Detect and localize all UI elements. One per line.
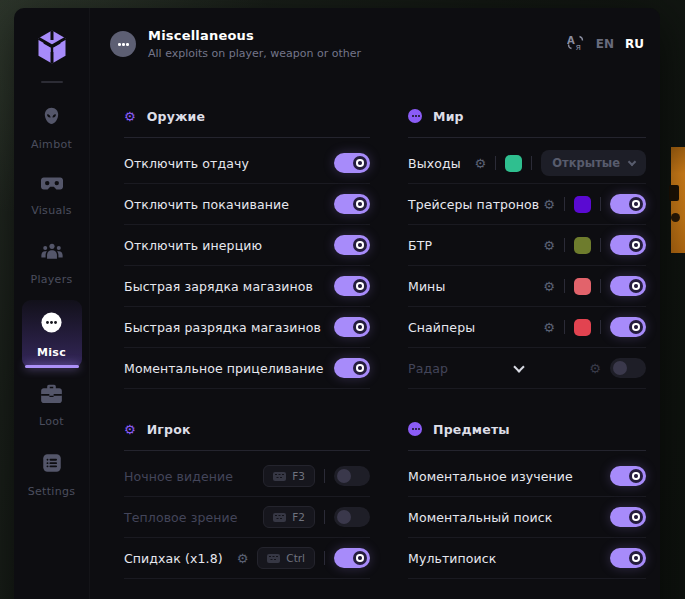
- cheat-menu-window: Aimbot Visuals Players Misc Loot: [14, 8, 660, 599]
- settings-content: ⚙ОружиеОтключить отдачуОтключить покачив…: [90, 80, 660, 579]
- toggle-knob: [337, 510, 351, 524]
- sidebar-item-settings[interactable]: Settings: [22, 442, 82, 507]
- keyboard-icon: [273, 472, 286, 481]
- dropdown[interactable]: Открытые: [541, 150, 646, 176]
- toggle-knob: [337, 469, 351, 483]
- page-subtitle: All exploits on player, weapon or other: [148, 47, 361, 60]
- toggle[interactable]: [610, 194, 646, 214]
- lang-option-en[interactable]: EN: [596, 37, 614, 51]
- page-header: Miscellaneous All exploits on player, we…: [90, 8, 660, 80]
- toggle[interactable]: [334, 194, 370, 214]
- chevron-down-icon[interactable]: [513, 361, 524, 372]
- toggle[interactable]: [610, 276, 646, 296]
- toggle-knob: [353, 320, 367, 334]
- settings-gear-icon[interactable]: ⚙: [543, 198, 555, 211]
- toggle-knob: [353, 361, 367, 375]
- row-controls: [610, 466, 646, 486]
- toggle-knob: [353, 156, 367, 170]
- settings-gear-icon[interactable]: ⚙: [237, 552, 249, 565]
- row-controls: ⚙: [543, 317, 646, 337]
- right-column: МирВыходы⚙ОткрытыеТрейсеры патронов⚙БТР⚙…: [408, 84, 646, 579]
- setting-row: Тепловое зрениеF2: [124, 497, 370, 538]
- keyboard-icon: [267, 554, 280, 563]
- alien-icon: [41, 106, 62, 130]
- row-label: Моментальный поиск: [408, 510, 610, 525]
- toggle[interactable]: [610, 317, 646, 337]
- sidebar-item-label: Players: [30, 273, 72, 286]
- setting-row: Моментальное изучение: [408, 456, 646, 497]
- toggle[interactable]: [610, 548, 646, 568]
- color-swatch[interactable]: [574, 319, 591, 336]
- row-controls: F3: [263, 465, 370, 487]
- ellipsis-avatar: [110, 31, 136, 57]
- section-title: Игрок: [147, 422, 191, 437]
- separator: [324, 551, 325, 565]
- row-label: Отключить инерцию: [124, 238, 334, 253]
- main-panel: Miscellaneous All exploits on player, we…: [90, 8, 660, 599]
- separator: [564, 279, 565, 293]
- row-controls: [334, 358, 370, 378]
- settings-gear-icon[interactable]: ⚙: [543, 321, 555, 334]
- toggle[interactable]: [334, 466, 370, 486]
- row-controls: [334, 235, 370, 255]
- row-label: Ночное видение: [124, 469, 263, 484]
- toggle[interactable]: [610, 358, 646, 378]
- setting-row: Быстрая зарядка магазинов: [124, 266, 370, 307]
- sidebar-item-aimbot[interactable]: Aimbot: [22, 95, 82, 160]
- toggle[interactable]: [610, 507, 646, 527]
- setting-row: Трейсеры патронов⚙: [408, 184, 646, 225]
- toggle[interactable]: [334, 153, 370, 173]
- row-label: БТР: [408, 238, 543, 253]
- row-label: Трейсеры патронов: [408, 197, 543, 212]
- toggle[interactable]: [334, 317, 370, 337]
- settings-gear-icon[interactable]: ⚙: [589, 362, 601, 375]
- color-swatch[interactable]: [505, 155, 522, 172]
- sidebar-item-misc[interactable]: Misc: [22, 300, 82, 368]
- svg-text:я: я: [575, 42, 580, 51]
- color-swatch[interactable]: [574, 237, 591, 254]
- hotkey-badge[interactable]: F2: [263, 506, 315, 528]
- row-controls: [610, 548, 646, 568]
- separator: [495, 156, 496, 170]
- settings-section: ⚙ИгрокНочное видениеF3Тепловое зрениеF2С…: [124, 419, 370, 579]
- color-swatch[interactable]: [574, 278, 591, 295]
- toggle[interactable]: [334, 235, 370, 255]
- row-label: Мультипоиск: [408, 551, 610, 566]
- row-controls: [334, 276, 370, 296]
- row-controls: F2: [263, 506, 370, 528]
- hotkey-badge[interactable]: F3: [263, 465, 315, 487]
- setting-row: Быстрая разрядка магазинов: [124, 307, 370, 348]
- hotkey-label: F2: [292, 511, 305, 523]
- row-label: Отключить отдачу: [124, 156, 334, 171]
- section-header: ⚙Оружие: [124, 106, 370, 126]
- setting-row: Выходы⚙Открытые: [408, 143, 646, 184]
- background-game-sign: [671, 147, 685, 253]
- sidebar-item-players[interactable]: Players: [22, 231, 82, 295]
- row-controls: [334, 317, 370, 337]
- row-label: Тепловое зрение: [124, 510, 263, 525]
- lang-option-ru[interactable]: RU: [625, 37, 644, 51]
- sidebar-item-visuals[interactable]: Visuals: [22, 165, 82, 226]
- toggle[interactable]: [610, 466, 646, 486]
- toggle[interactable]: [334, 358, 370, 378]
- settings-gear-icon[interactable]: ⚙: [543, 280, 555, 293]
- color-swatch[interactable]: [574, 196, 591, 213]
- separator: [531, 156, 532, 170]
- toggle[interactable]: [334, 276, 370, 296]
- settings-gear-icon[interactable]: ⚙: [475, 157, 487, 170]
- toggle[interactable]: [334, 548, 370, 568]
- sidebar-divider-top: [41, 81, 63, 83]
- toggle[interactable]: [334, 507, 370, 527]
- toggle[interactable]: [610, 235, 646, 255]
- keyboard-icon: [273, 513, 286, 522]
- settings-gear-icon[interactable]: ⚙: [543, 239, 555, 252]
- row-label: Быстрая разрядка магазинов: [124, 320, 334, 335]
- sidebar-item-loot[interactable]: Loot: [22, 373, 82, 437]
- hotkey-badge[interactable]: Ctrl: [257, 547, 315, 569]
- row-controls: ⚙: [543, 235, 646, 255]
- header-text: Miscellaneous All exploits on player, we…: [148, 28, 361, 60]
- row-label: Мины: [408, 279, 543, 294]
- row-controls: [334, 153, 370, 173]
- dots-circle-icon: [408, 422, 422, 436]
- toggle-knob: [629, 238, 643, 252]
